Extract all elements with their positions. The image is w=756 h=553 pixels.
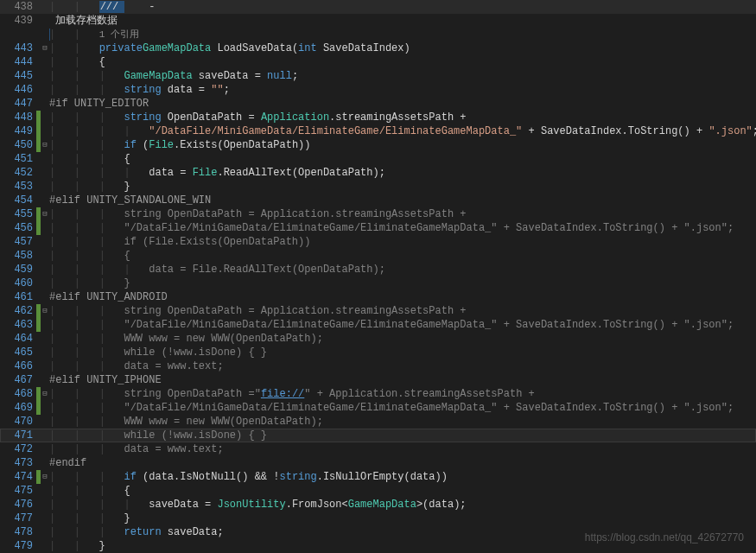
code-content[interactable]: | | | } bbox=[49, 276, 756, 290]
code-line[interactable]: 469| | | "/DataFile/MiniGameData/Elimina… bbox=[0, 401, 756, 415]
code-content[interactable]: | | | "/DataFile/MiniGameData/EliminateG… bbox=[49, 221, 756, 235]
line-number: 453 bbox=[0, 180, 36, 194]
code-content[interactable]: | | | while (!www.isDone) { } bbox=[49, 346, 756, 359]
codelens[interactable]: 1 个引用 bbox=[99, 29, 139, 40]
code-content[interactable]: | | | data = www.text; bbox=[49, 442, 756, 456]
code-line[interactable]: 455⊟| | | string OpenDataPath = Applicat… bbox=[0, 207, 756, 221]
code-line[interactable]: 462⊟| | | string OpenDataPath = Applicat… bbox=[0, 304, 756, 318]
code-content[interactable]: | | | while (!www.isDone) { } bbox=[49, 429, 756, 442]
line-number: 463 bbox=[0, 318, 36, 332]
code-content[interactable]: #elif UNITY_STANDALONE_WIN bbox=[49, 194, 756, 207]
code-content[interactable]: | | { bbox=[49, 55, 756, 69]
code-content[interactable]: | | | string OpenDataPath ="file://" + A… bbox=[49, 387, 756, 401]
line-number: 458 bbox=[0, 249, 36, 263]
change-marker bbox=[36, 498, 41, 512]
fold-toggle[interactable]: ⊟ bbox=[41, 207, 49, 221]
url-link[interactable]: file:// bbox=[261, 388, 304, 400]
code-line[interactable]: 458| | | { bbox=[0, 249, 756, 263]
code-content[interactable]: | | | if (File.Exists(OpenDataPath)) bbox=[49, 138, 756, 152]
code-content[interactable]: | | | "/DataFile/MiniGameData/EliminateG… bbox=[49, 318, 756, 332]
code-content[interactable]: | | | WWW www = new WWW(OpenDataPath); bbox=[49, 332, 756, 346]
code-content[interactable]: | | | | "/DataFile/MiniGameData/Eliminat… bbox=[49, 124, 756, 138]
code-content[interactable]: | | | { bbox=[49, 152, 756, 166]
code-content[interactable]: | | | | data = File.ReadAllText(OpenData… bbox=[49, 263, 756, 276]
code-line[interactable]: 463| | | "/DataFile/MiniGameData/Elimina… bbox=[0, 318, 756, 332]
change-marker bbox=[36, 373, 41, 387]
line-number: 444 bbox=[0, 55, 36, 69]
code-content[interactable]: | | | string OpenDataPath = Application.… bbox=[49, 304, 756, 318]
code-line[interactable]: 468⊟| | | string OpenDataPath ="file://"… bbox=[0, 387, 756, 401]
code-content[interactable]: | | | WWW www = new WWW(OpenDataPath); bbox=[49, 415, 756, 429]
code-content[interactable]: | | | string data = ""; bbox=[49, 83, 756, 97]
code-content[interactable]: | | | if (File.Exists(OpenDataPath)) bbox=[49, 235, 756, 249]
code-content[interactable]: | | | GameMapData saveData = null; bbox=[49, 69, 756, 83]
code-content[interactable]: | | | data = www.text; bbox=[49, 359, 756, 373]
code-content[interactable]: #if UNITY_EDITOR bbox=[49, 97, 756, 111]
code-line[interactable]: 474⊟| | | if (data.IsNotNull() && !strin… bbox=[0, 470, 756, 484]
code-content[interactable]: | | | if (data.IsNotNull() && !string.Is… bbox=[49, 470, 756, 484]
code-content[interactable]: | | | | data = File.ReadAllText(OpenData… bbox=[49, 166, 756, 180]
code-content[interactable]: | | 1 个引用 bbox=[49, 28, 756, 41]
code-line[interactable]: 473#endif bbox=[0, 456, 756, 470]
code-line[interactable]: 477| | | } bbox=[0, 512, 756, 525]
code-line[interactable]: | | 1 个引用 bbox=[0, 28, 756, 41]
code-line[interactable]: 446| | | string data = ""; bbox=[0, 83, 756, 97]
code-content[interactable]: #elif UNITY_IPHONE bbox=[49, 373, 756, 387]
change-marker bbox=[36, 152, 41, 166]
code-line[interactable]: 459| | | | data = File.ReadAllText(OpenD… bbox=[0, 263, 756, 276]
fold-toggle[interactable]: ⊟ bbox=[41, 138, 49, 152]
code-line[interactable]: 444| | { bbox=[0, 55, 756, 69]
code-line[interactable]: 457| | | if (File.Exists(OpenDataPath)) bbox=[0, 235, 756, 249]
watermark: https://blog.csdn.net/qq_42672770 bbox=[585, 531, 744, 544]
line-number: 465 bbox=[0, 346, 36, 359]
code-content[interactable]: | | | | saveData = JsonUtility.FromJson<… bbox=[49, 498, 756, 512]
change-marker bbox=[36, 194, 41, 207]
code-content[interactable]: | | | "/DataFile/MiniGameData/EliminateG… bbox=[49, 401, 756, 415]
fold-toggle[interactable]: ⊟ bbox=[41, 41, 49, 55]
code-line[interactable]: 454#elif UNITY_STANDALONE_WIN bbox=[0, 194, 756, 207]
fold-toggle[interactable]: ⊟ bbox=[41, 304, 49, 318]
code-line[interactable]: 439| | /// 加载存档数据 bbox=[0, 14, 756, 28]
code-line[interactable]: 460| | | } bbox=[0, 276, 756, 290]
code-content[interactable]: #endif bbox=[49, 456, 756, 470]
line-number: 452 bbox=[0, 166, 36, 180]
code-line[interactable]: 464| | | WWW www = new WWW(OpenDataPath)… bbox=[0, 332, 756, 346]
code-line[interactable]: 466| | | data = www.text; bbox=[0, 359, 756, 373]
code-line[interactable]: 450⊟| | | if (File.Exists(OpenDataPath)) bbox=[0, 138, 756, 152]
code-line[interactable]: 470| | | WWW www = new WWW(OpenDataPath)… bbox=[0, 415, 756, 429]
code-line[interactable]: 449| | | | "/DataFile/MiniGameData/Elimi… bbox=[0, 124, 756, 138]
code-line[interactable]: 475| | | { bbox=[0, 484, 756, 498]
code-line[interactable]: 461#elif UNITY_ANDROID bbox=[0, 290, 756, 304]
code-line[interactable]: 476| | | | saveData = JsonUtility.FromJs… bbox=[0, 498, 756, 512]
code-line[interactable]: 472| | | data = www.text; bbox=[0, 442, 756, 456]
code-line[interactable]: 467#elif UNITY_IPHONE bbox=[0, 373, 756, 387]
code-line[interactable]: 445| | | GameMapData saveData = null; bbox=[0, 69, 756, 83]
fold-toggle[interactable]: ⊟ bbox=[41, 387, 49, 401]
code-line[interactable]: 447#if UNITY_EDITOR bbox=[0, 97, 756, 111]
fold-toggle[interactable]: ⊟ bbox=[41, 470, 49, 484]
code-line[interactable]: 452| | | | data = File.ReadAllText(OpenD… bbox=[0, 166, 756, 180]
code-content[interactable]: | | | } bbox=[49, 180, 756, 194]
change-marker bbox=[36, 111, 41, 124]
code-line[interactable]: 471| | | while (!www.isDone) { } bbox=[0, 429, 756, 442]
line-number: 466 bbox=[0, 359, 36, 373]
code-content[interactable]: | | | { bbox=[49, 484, 756, 498]
code-line[interactable]: 443⊟| | privateGameMapData LoadSaveData(… bbox=[0, 41, 756, 55]
line-number: 472 bbox=[0, 442, 36, 456]
line-number: 446 bbox=[0, 83, 36, 97]
code-line[interactable]: 465| | | while (!www.isDone) { } bbox=[0, 346, 756, 359]
change-marker bbox=[36, 221, 41, 235]
code-content[interactable]: #elif UNITY_ANDROID bbox=[49, 290, 756, 304]
code-content[interactable]: | | | } bbox=[49, 512, 756, 525]
change-marker bbox=[36, 346, 41, 359]
code-line[interactable]: 453| | | } bbox=[0, 180, 756, 194]
code-editor[interactable]: 438| | -439| | /// 加载存档数据| | 1 个引用443⊟| … bbox=[0, 0, 756, 553]
code-content[interactable]: | | | string OpenDataPath = Application.… bbox=[49, 111, 756, 124]
code-content[interactable]: | | | string OpenDataPath = Application.… bbox=[49, 207, 756, 221]
code-line[interactable]: 448| | | string OpenDataPath = Applicati… bbox=[0, 111, 756, 124]
code-content[interactable]: | | privateGameMapData LoadSaveData(int … bbox=[49, 41, 756, 55]
change-marker bbox=[36, 484, 41, 498]
code-line[interactable]: 456| | | "/DataFile/MiniGameData/Elimina… bbox=[0, 221, 756, 235]
code-line[interactable]: 451| | | { bbox=[0, 152, 756, 166]
code-content[interactable]: | | | { bbox=[49, 249, 756, 263]
